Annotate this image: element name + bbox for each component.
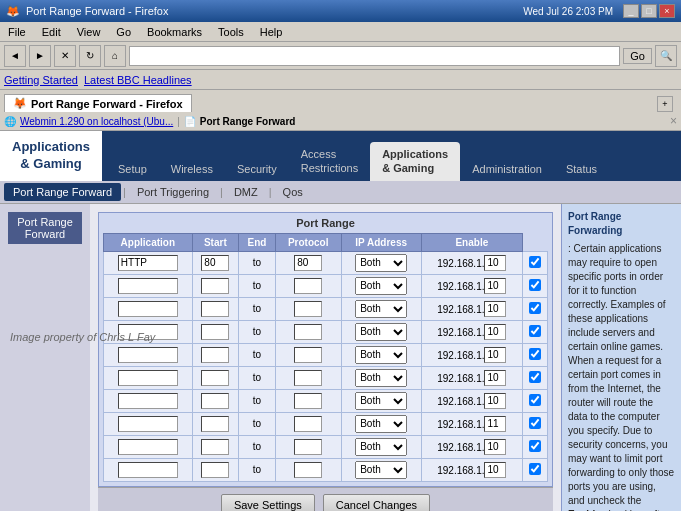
nav-setup[interactable]: Setup [106,157,159,181]
protocol-select-4[interactable]: BothTCPUDP [355,346,407,364]
ip-last-input-2[interactable] [484,301,506,317]
enable-checkbox-2[interactable] [529,302,541,314]
end-input-8[interactable] [294,439,322,455]
enable-checkbox-7[interactable] [529,417,541,429]
app-input-9[interactable] [118,462,178,478]
maximize-button[interactable]: □ [641,4,657,18]
end-input-6[interactable] [294,393,322,409]
enable-checkbox-3[interactable] [529,325,541,337]
ip-last-input-8[interactable] [484,439,506,455]
app-input-4[interactable] [118,347,178,363]
subnav-dmz[interactable]: DMZ [225,183,267,201]
app-input-6[interactable] [118,393,178,409]
nav-wireless[interactable]: Wireless [159,157,225,181]
go-button[interactable]: Go [623,48,652,64]
ip-last-input-1[interactable] [484,278,506,294]
end-input-2[interactable] [294,301,322,317]
menu-view[interactable]: View [73,25,105,39]
close-button[interactable]: × [659,4,675,18]
ip-last-input-4[interactable] [484,347,506,363]
page-content: Applications & Gaming Setup Wireless Sec… [0,131,681,511]
protocol-select-2[interactable]: BothTCPUDP [355,300,407,318]
app-input-3[interactable] [118,324,178,340]
menu-go[interactable]: Go [112,25,135,39]
enable-checkbox-1[interactable] [529,279,541,291]
app-input-8[interactable] [118,439,178,455]
ip-last-input-7[interactable] [484,416,506,432]
window-controls[interactable]: _ □ × [623,4,675,18]
menu-tools[interactable]: Tools [214,25,248,39]
start-input-4[interactable] [201,347,229,363]
to-label: to [239,412,276,435]
address-input[interactable] [129,46,620,66]
nav-security[interactable]: Security [225,157,289,181]
save-settings-button[interactable]: Save Settings [221,494,315,511]
nav-status[interactable]: Status [554,157,609,181]
search-button[interactable]: 🔍 [655,45,677,67]
protocol-select-1[interactable]: BothTCPUDP [355,277,407,295]
start-input-6[interactable] [201,393,229,409]
new-tab-button[interactable]: + [657,96,673,112]
end-input-7[interactable] [294,416,322,432]
start-input-0[interactable] [201,255,229,271]
protocol-select-0[interactable]: BothTCPUDP [355,254,407,272]
menu-file[interactable]: File [4,25,30,39]
subnav-port-range-forward[interactable]: Port Range Forward [4,183,121,201]
enable-checkbox-0[interactable] [529,256,541,268]
nav-applications[interactable]: Applications& Gaming [370,142,460,180]
ip-last-input-0[interactable] [484,255,506,271]
enable-checkbox-8[interactable] [529,440,541,452]
nav-access[interactable]: AccessRestrictions [289,142,370,180]
start-input-3[interactable] [201,324,229,340]
bookmark-getting-started[interactable]: Getting Started [4,74,78,86]
protocol-select-3[interactable]: BothTCPUDP [355,323,407,341]
end-input-1[interactable] [294,278,322,294]
enable-checkbox-6[interactable] [529,394,541,406]
protocol-select-8[interactable]: BothTCPUDP [355,438,407,456]
menu-help[interactable]: Help [256,25,287,39]
protocol-select-5[interactable]: BothTCPUDP [355,369,407,387]
enable-checkbox-9[interactable] [529,463,541,475]
app-input-5[interactable] [118,370,178,386]
end-input-9[interactable] [294,462,322,478]
stop-button[interactable]: ✕ [54,45,76,67]
menu-edit[interactable]: Edit [38,25,65,39]
ip-last-input-3[interactable] [484,324,506,340]
app-input-7[interactable] [118,416,178,432]
start-input-2[interactable] [201,301,229,317]
back-button[interactable]: ◄ [4,45,26,67]
refresh-button[interactable]: ↻ [79,45,101,67]
subnav-qos[interactable]: Qos [274,183,312,201]
app-input-2[interactable] [118,301,178,317]
minimize-button[interactable]: _ [623,4,639,18]
protocol-select-9[interactable]: BothTCPUDP [355,461,407,479]
start-input-9[interactable] [201,462,229,478]
ip-last-input-5[interactable] [484,370,506,386]
subnav-port-triggering[interactable]: Port Triggering [128,183,218,201]
app-input-1[interactable] [118,278,178,294]
protocol-select-7[interactable]: BothTCPUDP [355,415,407,433]
forward-button[interactable]: ► [29,45,51,67]
ip-last-input-9[interactable] [484,462,506,478]
menu-bookmarks[interactable]: Bookmarks [143,25,206,39]
end-input-3[interactable] [294,324,322,340]
end-input-4[interactable] [294,347,322,363]
end-input-0[interactable] [294,255,322,271]
enable-checkbox-4[interactable] [529,348,541,360]
ip-last-input-6[interactable] [484,393,506,409]
current-tab[interactable]: 🦊 Port Range Forward - Firefox [4,94,192,112]
start-input-1[interactable] [201,278,229,294]
start-input-7[interactable] [201,416,229,432]
end-input-5[interactable] [294,370,322,386]
enable-checkbox-5[interactable] [529,371,541,383]
start-input-8[interactable] [201,439,229,455]
close-panel-button[interactable]: × [670,114,677,128]
app-input-0[interactable] [118,255,178,271]
nav-administration[interactable]: Administration [460,157,554,181]
start-input-5[interactable] [201,370,229,386]
main-nav: Setup Wireless Security AccessRestrictio… [102,131,613,181]
cancel-changes-button[interactable]: Cancel Changes [323,494,430,511]
bookmark-bbc[interactable]: Latest BBC Headlines [84,74,192,86]
home-button[interactable]: ⌂ [104,45,126,67]
protocol-select-6[interactable]: BothTCPUDP [355,392,407,410]
